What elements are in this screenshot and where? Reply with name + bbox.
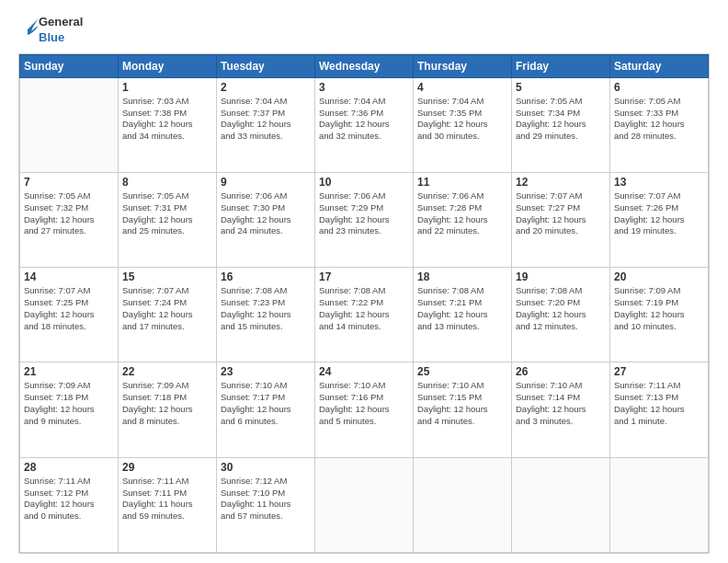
table-row: 10Sunrise: 7:06 AM Sunset: 7:29 PM Dayli…: [315, 173, 414, 268]
table-row: 11Sunrise: 7:06 AM Sunset: 7:28 PM Dayli…: [414, 173, 512, 268]
day-info: Sunrise: 7:08 AM Sunset: 7:21 PM Dayligh…: [417, 285, 507, 332]
day-number: 6: [614, 81, 704, 94]
day-info: Sunrise: 7:10 AM Sunset: 7:16 PM Dayligh…: [319, 380, 409, 427]
day-info: Sunrise: 7:05 AM Sunset: 7:33 PM Dayligh…: [614, 96, 704, 143]
day-number: 10: [319, 176, 409, 189]
table-row: 5Sunrise: 7:05 AM Sunset: 7:34 PM Daylig…: [512, 77, 610, 172]
day-number: 27: [614, 365, 704, 378]
logo-text: General Blue: [39, 15, 83, 46]
day-info: Sunrise: 7:04 AM Sunset: 7:37 PM Dayligh…: [221, 96, 311, 143]
day-info: Sunrise: 7:12 AM Sunset: 7:10 PM Dayligh…: [221, 476, 311, 523]
day-info: Sunrise: 7:07 AM Sunset: 7:24 PM Dayligh…: [122, 285, 212, 332]
day-info: Sunrise: 7:11 AM Sunset: 7:12 PM Dayligh…: [24, 476, 114, 523]
day-info: Sunrise: 7:06 AM Sunset: 7:29 PM Dayligh…: [319, 190, 409, 237]
day-number: 15: [122, 270, 212, 283]
calendar-week-2: 7Sunrise: 7:05 AM Sunset: 7:32 PM Daylig…: [20, 173, 709, 268]
day-number: 18: [417, 270, 507, 283]
day-info: Sunrise: 7:05 AM Sunset: 7:34 PM Dayligh…: [516, 96, 606, 143]
day-number: 8: [122, 176, 212, 189]
day-info: Sunrise: 7:04 AM Sunset: 7:36 PM Dayligh…: [319, 96, 409, 143]
weekday-friday: Friday: [512, 54, 610, 77]
weekday-monday: Monday: [119, 54, 217, 77]
day-info: Sunrise: 7:07 AM Sunset: 7:26 PM Dayligh…: [614, 190, 704, 237]
day-info: Sunrise: 7:11 AM Sunset: 7:13 PM Dayligh…: [614, 380, 704, 427]
day-info: Sunrise: 7:03 AM Sunset: 7:38 PM Dayligh…: [122, 96, 212, 143]
calendar: SundayMondayTuesdayWednesdayThursdayFrid…: [18, 53, 710, 554]
day-info: Sunrise: 7:08 AM Sunset: 7:23 PM Dayligh…: [221, 285, 311, 332]
table-row: 15Sunrise: 7:07 AM Sunset: 7:24 PM Dayli…: [119, 268, 217, 362]
day-info: Sunrise: 7:09 AM Sunset: 7:18 PM Dayligh…: [24, 380, 114, 427]
table-row: 7Sunrise: 7:05 AM Sunset: 7:32 PM Daylig…: [20, 173, 119, 268]
logo-container: General Blue: [18, 15, 83, 46]
table-row: 12Sunrise: 7:07 AM Sunset: 7:27 PM Dayli…: [512, 173, 610, 268]
table-row: [20, 77, 119, 172]
day-info: Sunrise: 7:07 AM Sunset: 7:27 PM Dayligh…: [516, 190, 606, 237]
table-row: 28Sunrise: 7:11 AM Sunset: 7:12 PM Dayli…: [20, 457, 119, 552]
table-row: 27Sunrise: 7:11 AM Sunset: 7:13 PM Dayli…: [610, 362, 709, 457]
day-number: 26: [516, 365, 606, 378]
logo: General Blue: [18, 15, 83, 46]
day-number: 11: [417, 176, 507, 189]
weekday-wednesday: Wednesday: [315, 54, 414, 77]
calendar-week-4: 21Sunrise: 7:09 AM Sunset: 7:18 PM Dayli…: [20, 362, 709, 457]
table-row: 4Sunrise: 7:04 AM Sunset: 7:35 PM Daylig…: [414, 77, 512, 172]
day-info: Sunrise: 7:08 AM Sunset: 7:22 PM Dayligh…: [319, 285, 409, 332]
table-row: 3Sunrise: 7:04 AM Sunset: 7:36 PM Daylig…: [315, 77, 414, 172]
logo-bird-icon: [18, 17, 39, 44]
day-number: 2: [221, 81, 311, 94]
table-row: 1Sunrise: 7:03 AM Sunset: 7:38 PM Daylig…: [119, 77, 217, 172]
table-row: 9Sunrise: 7:06 AM Sunset: 7:30 PM Daylig…: [217, 173, 315, 268]
day-number: 25: [417, 365, 507, 378]
day-number: 19: [516, 270, 606, 283]
calendar-week-1: 1Sunrise: 7:03 AM Sunset: 7:38 PM Daylig…: [20, 77, 709, 172]
day-info: Sunrise: 7:06 AM Sunset: 7:28 PM Dayligh…: [417, 190, 507, 237]
weekday-header-row: SundayMondayTuesdayWednesdayThursdayFrid…: [20, 54, 709, 77]
day-number: 13: [614, 176, 704, 189]
table-row: 2Sunrise: 7:04 AM Sunset: 7:37 PM Daylig…: [217, 77, 315, 172]
table-row: 13Sunrise: 7:07 AM Sunset: 7:26 PM Dayli…: [610, 173, 709, 268]
day-number: 12: [516, 176, 606, 189]
calendar-week-5: 28Sunrise: 7:11 AM Sunset: 7:12 PM Dayli…: [20, 457, 709, 552]
table-row: [414, 457, 512, 552]
day-info: Sunrise: 7:04 AM Sunset: 7:35 PM Dayligh…: [417, 96, 507, 143]
day-info: Sunrise: 7:09 AM Sunset: 7:18 PM Dayligh…: [122, 380, 212, 427]
day-info: Sunrise: 7:05 AM Sunset: 7:31 PM Dayligh…: [122, 190, 212, 237]
table-row: 16Sunrise: 7:08 AM Sunset: 7:23 PM Dayli…: [217, 268, 315, 362]
day-info: Sunrise: 7:05 AM Sunset: 7:32 PM Dayligh…: [24, 190, 114, 237]
day-number: 21: [24, 365, 114, 378]
table-row: 29Sunrise: 7:11 AM Sunset: 7:11 PM Dayli…: [119, 457, 217, 552]
table-row: 8Sunrise: 7:05 AM Sunset: 7:31 PM Daylig…: [119, 173, 217, 268]
table-row: [610, 457, 709, 552]
header: General Blue: [18, 15, 710, 46]
day-number: 20: [614, 270, 704, 283]
day-number: 30: [221, 461, 311, 474]
table-row: 21Sunrise: 7:09 AM Sunset: 7:18 PM Dayli…: [20, 362, 119, 457]
weekday-sunday: Sunday: [20, 54, 119, 77]
day-number: 9: [221, 176, 311, 189]
weekday-tuesday: Tuesday: [217, 54, 315, 77]
table-row: 23Sunrise: 7:10 AM Sunset: 7:17 PM Dayli…: [217, 362, 315, 457]
day-number: 4: [417, 81, 507, 94]
table-row: 30Sunrise: 7:12 AM Sunset: 7:10 PM Dayli…: [217, 457, 315, 552]
table-row: 18Sunrise: 7:08 AM Sunset: 7:21 PM Dayli…: [414, 268, 512, 362]
day-number: 28: [24, 461, 114, 474]
day-info: Sunrise: 7:07 AM Sunset: 7:25 PM Dayligh…: [24, 285, 114, 332]
day-info: Sunrise: 7:10 AM Sunset: 7:15 PM Dayligh…: [417, 380, 507, 427]
table-row: 6Sunrise: 7:05 AM Sunset: 7:33 PM Daylig…: [610, 77, 709, 172]
table-row: 19Sunrise: 7:08 AM Sunset: 7:20 PM Dayli…: [512, 268, 610, 362]
table-row: 25Sunrise: 7:10 AM Sunset: 7:15 PM Dayli…: [414, 362, 512, 457]
weekday-thursday: Thursday: [414, 54, 512, 77]
table-row: 20Sunrise: 7:09 AM Sunset: 7:19 PM Dayli…: [610, 268, 709, 362]
day-number: 16: [221, 270, 311, 283]
day-info: Sunrise: 7:09 AM Sunset: 7:19 PM Dayligh…: [614, 285, 704, 332]
day-number: 24: [319, 365, 409, 378]
table-row: [315, 457, 414, 552]
day-number: 29: [122, 461, 212, 474]
weekday-saturday: Saturday: [610, 54, 709, 77]
day-number: 5: [516, 81, 606, 94]
table-row: 24Sunrise: 7:10 AM Sunset: 7:16 PM Dayli…: [315, 362, 414, 457]
day-number: 17: [319, 270, 409, 283]
calendar-week-3: 14Sunrise: 7:07 AM Sunset: 7:25 PM Dayli…: [20, 268, 709, 362]
day-info: Sunrise: 7:06 AM Sunset: 7:30 PM Dayligh…: [221, 190, 311, 237]
day-number: 3: [319, 81, 409, 94]
